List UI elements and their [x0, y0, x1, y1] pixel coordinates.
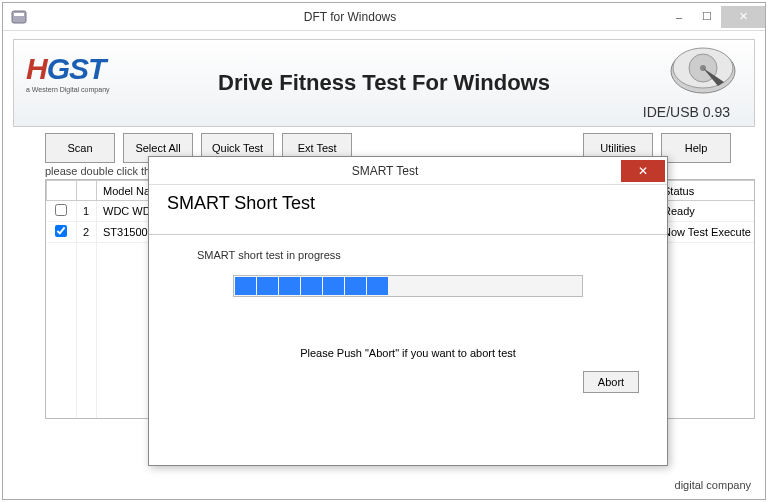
dialog-heading: SMART Short Test	[149, 185, 667, 235]
row-index: 1	[77, 201, 97, 222]
svg-rect-0	[12, 11, 26, 23]
col-index	[77, 181, 97, 201]
col-status[interactable]: Status	[657, 181, 756, 201]
logo-subtitle: a Western Digital company	[26, 86, 110, 93]
smart-test-dialog: SMART Test ✕ SMART Short Test SMART shor…	[148, 156, 668, 466]
progress-bar	[233, 275, 583, 297]
window-title: DFT for Windows	[35, 10, 665, 24]
app-icon	[11, 9, 27, 25]
dialog-status: SMART short test in progress	[149, 249, 667, 261]
dialog-titlebar: SMART Test ✕	[149, 157, 667, 185]
dialog-title: SMART Test	[149, 164, 621, 178]
progress-chunk	[301, 277, 322, 295]
hdd-icon	[668, 46, 738, 100]
row-status: Now Test Execute	[657, 222, 756, 243]
row-checkbox[interactable]	[55, 225, 67, 237]
progress-chunk	[257, 277, 278, 295]
maximize-button[interactable]: ☐	[693, 6, 721, 28]
svg-rect-1	[14, 13, 24, 16]
dialog-hint: Please Push "Abort" if you want to abort…	[149, 347, 667, 359]
progress-chunk	[345, 277, 366, 295]
row-checkbox[interactable]	[55, 204, 67, 216]
scan-button[interactable]: Scan	[45, 133, 115, 163]
abort-button[interactable]: Abort	[583, 371, 639, 393]
logo: HGST a Western Digital company	[26, 54, 110, 93]
progress-chunk	[367, 277, 388, 295]
row-index: 2	[77, 222, 97, 243]
close-button[interactable]: ✕	[721, 6, 765, 28]
help-button[interactable]: Help	[661, 133, 731, 163]
progress-chunk	[323, 277, 344, 295]
logo-text: HGST	[26, 54, 110, 84]
row-status: Ready	[657, 201, 756, 222]
progress-chunk	[279, 277, 300, 295]
titlebar: DFT for Windows – ☐ ✕	[3, 3, 765, 31]
progress-chunk	[235, 277, 256, 295]
col-checkbox	[47, 181, 77, 201]
minimize-button[interactable]: –	[665, 6, 693, 28]
banner: HGST a Western Digital company Drive Fit…	[13, 39, 755, 127]
window-controls: – ☐ ✕	[665, 6, 765, 28]
dialog-close-button[interactable]: ✕	[621, 160, 665, 182]
version-label: IDE/USB 0.93	[643, 104, 730, 120]
copyright: digital company	[675, 479, 751, 491]
banner-title: Drive Fitness Test For Windows	[14, 70, 754, 96]
